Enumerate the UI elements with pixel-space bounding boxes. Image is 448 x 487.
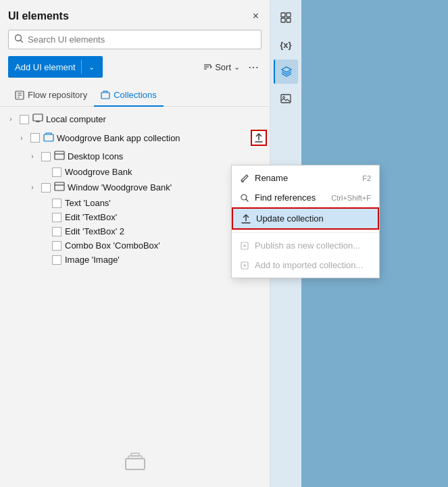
window2-icon [54,181,65,194]
tree-item-local-computer[interactable]: › Local computer [0,111,270,128]
menu-item-update-collection[interactable]: Update collection [232,207,379,230]
add-ui-element-button[interactable]: Add UI element ⌄ [8,56,103,78]
checkbox-text-loans[interactable] [52,199,61,208]
edit-textbox-label: Edit 'TextBox' [65,212,117,222]
checkbox-desktop-icons[interactable] [41,152,51,161]
upload-icon [255,133,263,143]
toolbar: Add UI element ⌄ Sort ⌄ ⋯ [0,56,270,84]
upload-button[interactable] [251,130,267,146]
sidebar-braces-button[interactable]: {x} [274,32,298,57]
svg-rect-13 [33,114,43,121]
menu-item-rename[interactable]: Rename F2 [232,168,379,188]
svg-rect-19 [55,151,64,159]
woodgrove-collection-label: Woodgrove Bank app collection [57,133,180,143]
svg-rect-39 [281,18,285,22]
checkbox-combo-combobox[interactable] [52,241,61,251]
search-input[interactable] [28,34,255,45]
find-references-label: Find references [255,193,316,203]
expand-arrow-desktop[interactable]: › [27,153,38,160]
context-menu: Rename F2 Find references Ctrl+Shift+F U… [231,165,380,278]
tree-item-woodgrove-collection[interactable]: › Woodgrove Bank app collection [0,128,270,148]
tree-item-image-image[interactable]: Image 'Image' [0,253,270,267]
collections-icon [101,91,110,100]
publish-icon [240,241,249,251]
svg-rect-37 [281,13,285,17]
tab-collections[interactable]: Collections [94,84,164,107]
tree-item-woodgrove-bank[interactable]: Woodgrove Bank [0,165,270,179]
tab-flow-repository[interactable]: Flow repository [8,84,94,107]
sort-button[interactable]: Sort ⌄ [203,62,240,72]
publish-label: Publish as new collection... [255,240,360,251]
find-references-icon [240,193,249,203]
sort-label: Sort [215,62,231,72]
tab-bar: Flow repository Collections [0,84,270,107]
checkbox-woodgrove-bank[interactable] [52,168,61,177]
svg-line-28 [246,199,248,201]
expand-arrow-woodgrove[interactable]: › [16,134,27,142]
add-label: Add UI element [15,62,76,72]
tab-collections-label: Collections [114,90,157,100]
svg-rect-9 [101,93,109,99]
tree-item-edit-textbox[interactable]: Edit 'TextBox' [0,210,270,224]
sidebar-layers-button[interactable] [274,59,298,84]
update-icon [241,214,251,224]
find-references-shortcut: Ctrl+Shift+F [331,194,371,202]
checkbox-edit-textbox-2[interactable] [52,227,61,236]
edit-textbox-2-label: Edit 'TextBox' 2 [65,226,124,236]
local-computer-label: Local computer [46,114,106,124]
tree-item-text-loans[interactable]: Text 'Loans' [0,196,270,210]
checkbox-local-computer[interactable] [20,115,29,124]
image-image-label: Image 'Image' [65,255,120,265]
svg-rect-23 [126,459,145,469]
window-icon [54,150,65,163]
woodgrove-window-label: Window 'Woodgrove Bank' [68,182,172,193]
tree-item-edit-textbox-2[interactable]: Edit 'TextBox' 2 [0,224,270,238]
flow-repository-icon [15,91,24,100]
expand-arrow[interactable]: › [5,116,16,123]
svg-line-1 [21,41,23,43]
menu-separator [232,232,379,233]
close-button[interactable]: × [250,9,262,23]
woodgrove-bank-label: Woodgrove Bank [65,167,132,177]
tree-view[interactable]: › Local computer › Woodgrove Bank [0,107,270,441]
menu-item-add-imported: Add to imported collection... [232,255,379,275]
svg-rect-41 [281,95,291,103]
tree-item-desktop-icons[interactable]: › Desktop Icons [0,148,270,165]
monitor-icon [32,113,43,126]
search-icon [14,34,24,45]
desktop-icons-label: Desktop Icons [68,151,123,161]
more-options-button[interactable]: ⋯ [245,61,262,74]
braces-icon: {x} [280,40,291,50]
expand-arrow-window[interactable]: › [27,184,38,191]
checkbox-woodgrove-window[interactable] [41,183,51,193]
tab-flow-label: Flow repository [28,90,87,100]
combo-combobox-label: Combo Box 'ComboBox' [65,240,160,251]
tree-item-combo-combobox[interactable]: Combo Box 'ComboBox' [0,238,270,253]
add-chevron-icon[interactable]: ⌄ [87,63,96,72]
sort-icon [203,62,212,72]
rename-icon [240,174,249,183]
button-divider [81,60,82,74]
checkbox-edit-textbox[interactable] [52,213,61,222]
svg-rect-21 [55,182,64,190]
svg-rect-25 [131,453,139,456]
search-bar [8,30,262,49]
bottom-decoration [0,441,270,487]
sidebar-image-button[interactable] [274,86,298,111]
ui-elements-panel: UI elements × Add UI element ⌄ Sort [0,0,270,487]
panel-header: UI elements × [0,0,270,30]
tree-item-woodgrove-window[interactable]: › Window 'Woodgrove Bank' [0,179,270,196]
layers-icon [280,66,293,78]
add-imported-icon [240,261,249,270]
menu-item-publish: Publish as new collection... [232,236,379,255]
svg-rect-40 [287,18,291,22]
sidebar-grid-button[interactable] [274,5,298,30]
collection-icon [43,132,54,145]
text-loans-label: Text 'Loans' [65,198,111,208]
add-imported-label: Add to imported collection... [255,260,363,270]
checkbox-woodgrove-collection[interactable] [30,133,40,143]
svg-point-42 [283,97,285,99]
checkbox-image-image[interactable] [52,255,61,265]
menu-item-find-references[interactable]: Find references Ctrl+Shift+F [232,188,379,207]
rename-shortcut: F2 [362,174,371,182]
